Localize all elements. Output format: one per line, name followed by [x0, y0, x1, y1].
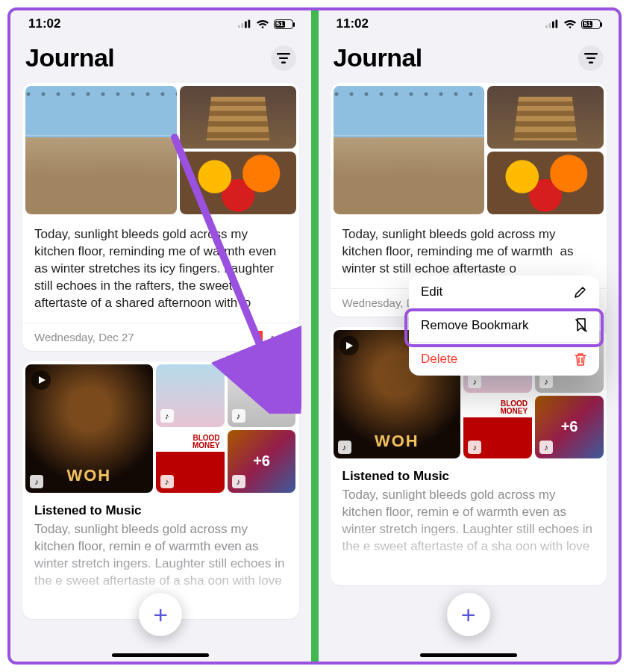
filter-icon	[277, 53, 290, 63]
music-note-icon: ♪	[539, 375, 553, 388]
svg-rect-4	[277, 53, 290, 55]
cellular-icon	[238, 19, 251, 28]
status-time: 11:02	[28, 16, 60, 31]
home-indicator	[420, 653, 517, 657]
music-note-icon: ♪	[160, 409, 174, 423]
entry-body: Today, sunlight bleeds gold across my ki…	[22, 217, 299, 323]
svg-rect-5	[279, 57, 288, 58]
music-entry-title: Listened to Music	[22, 496, 299, 518]
svg-rect-11	[556, 20, 558, 28]
album-blood-money: ♪	[156, 430, 225, 493]
battery-level: 51	[275, 21, 285, 28]
pencil-icon	[574, 285, 587, 299]
status-right: 51	[238, 19, 293, 29]
album-1989: ♪	[156, 364, 225, 427]
album-overflow[interactable]: +6 ♪	[535, 396, 604, 458]
album-blood-money: ♪	[463, 396, 532, 458]
photo-beach	[25, 86, 177, 214]
page-title: Journal	[25, 43, 114, 72]
photo-stairs	[487, 86, 604, 149]
page-header: Journal	[10, 37, 311, 83]
menu-delete-label: Delete	[421, 352, 457, 367]
svg-rect-1	[241, 23, 243, 28]
music-note-icon: ♪	[468, 441, 481, 454]
music-note-icon: ♪	[232, 409, 245, 423]
context-menu: Edit Remove Bookmark Delete	[409, 276, 599, 376]
entry-photo-mosaic	[22, 83, 299, 217]
music-entry-card[interactable]: ♪ ♪ ♪ ♪ +6 ♪ Listened to Music Today, su…	[22, 361, 299, 620]
side-by-side-stage: 11:02 51 Journal Today, sunlight bleeds …	[7, 7, 622, 665]
status-right: 51	[545, 19, 601, 29]
play-icon	[339, 336, 359, 355]
menu-remove-bookmark-label: Remove Bookmark	[421, 318, 529, 333]
music-note-icon: ♪	[468, 375, 481, 388]
svg-rect-10	[552, 21, 554, 28]
music-entry-title: Listened to Music	[331, 461, 607, 484]
photo-flowers	[487, 152, 604, 214]
journal-entry-card[interactable]: Today, sunlight bleeds gold across my ki…	[22, 83, 299, 351]
svg-rect-8	[545, 25, 548, 28]
svg-rect-0	[238, 25, 240, 28]
music-note-icon: ♪	[30, 475, 43, 488]
menu-remove-bookmark[interactable]: Remove Bookmark	[409, 309, 599, 342]
entry-photo-mosaic	[331, 83, 607, 217]
svg-rect-12	[584, 53, 598, 55]
svg-rect-6	[281, 61, 286, 63]
filter-button[interactable]	[271, 46, 296, 71]
svg-rect-9	[549, 23, 551, 28]
music-note-icon: ♪	[232, 475, 245, 488]
menu-delete[interactable]: Delete	[409, 343, 599, 376]
entry-date: Wednesday, Dec 27	[34, 331, 134, 343]
new-entry-fab[interactable]: +	[139, 593, 182, 636]
music-note-icon: ♪	[539, 441, 553, 454]
photo-flowers	[180, 152, 296, 214]
album-woh: ♪	[25, 364, 153, 493]
battery-icon: 51	[581, 19, 601, 29]
wifi-icon	[563, 19, 577, 29]
photo-beach	[334, 86, 485, 214]
bookmark-slash-icon	[575, 318, 587, 333]
left-screenshot: 11:02 51 Journal Today, sunlight bleeds …	[10, 10, 311, 662]
home-indicator	[112, 653, 209, 657]
page-header: Journal	[319, 37, 619, 83]
menu-edit-label: Edit	[421, 284, 442, 299]
music-note-icon: ♪	[160, 475, 174, 488]
filter-icon	[584, 53, 598, 63]
page-title: Journal	[334, 43, 422, 72]
music-note-icon: ♪	[338, 441, 351, 454]
album-overflow[interactable]: +6 ♪	[228, 430, 296, 493]
play-icon	[31, 370, 51, 390]
entry-footer: Wednesday, Dec 27 •••	[22, 323, 299, 351]
status-bar: 11:02 51	[319, 10, 619, 37]
svg-rect-13	[586, 57, 595, 58]
music-entry-body: Today, sunlight bleeds gold across my ki…	[331, 484, 607, 585]
music-album-mosaic: ♪ ♪ ♪ ♪ +6 ♪	[22, 361, 299, 496]
bookmark-icon	[254, 331, 263, 343]
battery-level: 51	[583, 21, 592, 28]
filter-button[interactable]	[578, 46, 604, 71]
right-screenshot: 11:02 51 Journal Today, sunlight bleeds …	[319, 10, 619, 662]
photo-stairs	[180, 86, 296, 149]
entry-more-button[interactable]: •••	[271, 331, 287, 343]
menu-edit[interactable]: Edit	[409, 276, 599, 308]
trash-icon	[574, 352, 587, 367]
svg-rect-2	[245, 21, 247, 28]
svg-rect-14	[589, 61, 593, 63]
status-time: 11:02	[337, 16, 369, 31]
album-bw: ♪	[228, 364, 296, 427]
battery-icon: 51	[274, 19, 293, 29]
status-bar: 11:02 51	[10, 10, 311, 37]
wifi-icon	[256, 19, 269, 29]
cellular-icon	[545, 19, 559, 28]
svg-rect-3	[248, 20, 250, 28]
new-entry-fab[interactable]: +	[447, 593, 490, 636]
